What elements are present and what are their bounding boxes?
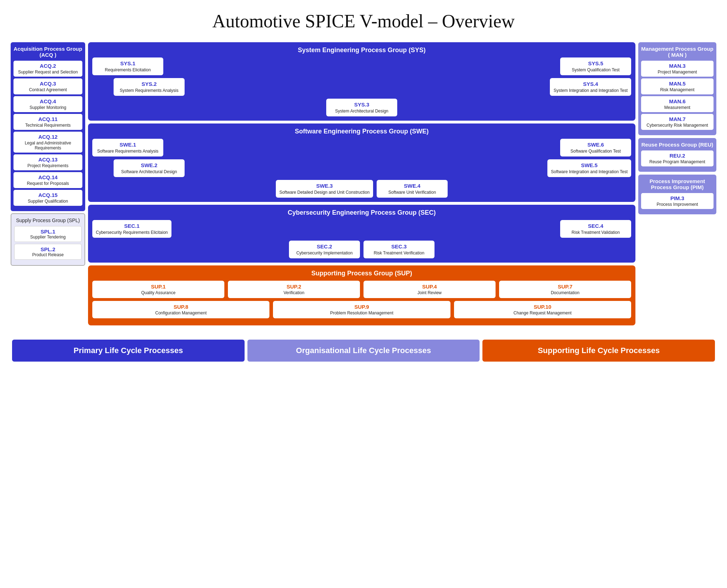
acq-item-acq14[interactable]: ACQ.14 Request for Proposals <box>13 172 82 188</box>
reu-group: Reuse Process Group (REU) REU.2 Reuse Pr… <box>638 138 716 172</box>
sup-row2: SUP.8 Configuration Management SUP.9 Pro… <box>92 301 631 318</box>
pim-group: Process Improvement Process Group (PIM) … <box>638 175 716 214</box>
sup2-box[interactable]: SUP.2 Verification <box>228 281 360 298</box>
sys-group: System Engineering Process Group (SYS) S… <box>88 42 635 121</box>
right-column: Management Process Group ( MAN ) MAN.3 P… <box>638 42 716 214</box>
sec3-box[interactable]: SEC.3 Risk Treatment Verification <box>364 241 434 258</box>
sup7-box[interactable]: SUP.7 Documentation <box>499 281 631 298</box>
swe-group: Software Engineering Process Group (SWE)… <box>88 123 635 202</box>
swe6-box[interactable]: SWE.6 Software Qualification Test <box>560 139 631 156</box>
page-title: Automotive SPICE V-model – Overview <box>11 11 716 32</box>
man-group: Management Process Group ( MAN ) MAN.3 P… <box>638 42 716 135</box>
sec4-box[interactable]: SEC.4 Risk Treatment Validation <box>560 220 631 238</box>
left-column: Acquisition Process Group (ACQ ) ACQ.2 S… <box>11 42 85 266</box>
sys3-box[interactable]: SYS.3 System Architectural Design <box>326 99 397 116</box>
sup9-box[interactable]: SUP.9 Problem Resolution Management <box>273 301 450 318</box>
sup-row1: SUP.1 Quality Assurance SUP.2 Verificati… <box>92 281 631 298</box>
center-column: System Engineering Process Group (SYS) S… <box>88 42 635 325</box>
reu-group-title: Reuse Process Group (REU) <box>641 142 714 148</box>
man7-item[interactable]: MAN.7 Cybersecurity Risk Management <box>641 114 714 130</box>
sup8-box[interactable]: SUP.8 Configuration Management <box>92 301 269 318</box>
man3-item[interactable]: MAN.3 Project Management <box>641 61 714 77</box>
acq-item-acq13[interactable]: ACQ.13 Project Requirements <box>13 154 82 170</box>
acq-item-acq4[interactable]: ACQ.4 Supplier Monitoring <box>13 96 82 112</box>
sys4-box[interactable]: SYS.4 System Integration and Integration… <box>550 78 631 96</box>
reu2-item[interactable]: REU.2 Reuse Program Management <box>641 150 714 166</box>
man-group-title: Management Process Group ( MAN ) <box>641 46 714 58</box>
acq-item-acq2[interactable]: ACQ.2 Supplier Request and Selection <box>13 61 82 77</box>
spl-group-title: Supply Process Group (SPL) <box>14 218 82 223</box>
sys-group-title: System Engineering Process Group (SYS) <box>92 46 631 54</box>
spl-item-spl1[interactable]: SPL.1 Supplier Tendering <box>14 226 82 242</box>
pim-group-title: Process Improvement Process Group (PIM) <box>641 178 714 190</box>
acq-group: Acquisition Process Group (ACQ ) ACQ.2 S… <box>11 42 85 211</box>
acq-item-acq3[interactable]: ACQ.3 Contract Agreement <box>13 78 82 94</box>
spl-item-spl2[interactable]: SPL.2 Product Release <box>14 244 82 260</box>
footer-org: Organisational Life Cycle Processes <box>247 340 480 362</box>
man6-item[interactable]: MAN.6 Measurement <box>641 96 714 112</box>
sys1-box[interactable]: SYS.1 Requirements Elicitation <box>92 57 163 75</box>
acq-item-acq11[interactable]: ACQ.11 Technical Requirements <box>13 114 82 130</box>
sec1-box[interactable]: SEC.1 Cybersecurity Requirements Elicita… <box>92 220 171 238</box>
swe1-box[interactable]: SWE.1 Software Requirements Analysis <box>92 139 163 156</box>
sup1-box[interactable]: SUP.1 Quality Assurance <box>92 281 224 298</box>
sup-group-title: Supporting Process Group (SUP) <box>92 270 631 277</box>
sec-group: Cybersecurity Engineering Process Group … <box>88 205 635 263</box>
pim3-item[interactable]: PIM.3 Process Improvement <box>641 193 714 209</box>
sup10-box[interactable]: SUP.10 Change Request Management <box>454 301 631 318</box>
footer-supporting: Supporting Life Cycle Processes <box>482 340 715 362</box>
swe5-box[interactable]: SWE.5 Software Integration and Integrati… <box>547 159 631 177</box>
sup-group: Supporting Process Group (SUP) SUP.1 Qua… <box>88 265 635 325</box>
main-layout: Acquisition Process Group (ACQ ) ACQ.2 S… <box>11 42 716 325</box>
man5-item[interactable]: MAN.5 Risk Management <box>641 78 714 94</box>
acq-group-title: Acquisition Process Group (ACQ ) <box>13 46 82 58</box>
sec-group-title: Cybersecurity Engineering Process Group … <box>92 209 631 216</box>
acq-item-acq12[interactable]: ACQ.12 Legal and Administrative Requirem… <box>13 132 82 153</box>
swe2-box[interactable]: SWE.2 Software Architectural Design <box>114 159 185 177</box>
swe3-box[interactable]: SWE.3 Software Detailed Design and Unit … <box>276 180 373 198</box>
footer: Primary Life Cycle Processes Organisatio… <box>11 340 716 362</box>
footer-primary: Primary Life Cycle Processes <box>12 340 245 362</box>
acq-item-acq15[interactable]: ACQ.15 Supplier Qualification <box>13 190 82 206</box>
sys5-box[interactable]: SYS.5 System Qualification Test <box>560 57 631 75</box>
sec2-box[interactable]: SEC.2 Cybersecurity Implementation <box>289 241 360 258</box>
sup4-box[interactable]: SUP.4 Joint Review <box>364 281 496 298</box>
swe-group-title: Software Engineering Process Group (SWE) <box>92 128 631 135</box>
swe4-box[interactable]: SWE.4 Software Unit Verification <box>377 180 448 198</box>
sys2-box[interactable]: SYS.2 System Requirements Analysis <box>114 78 185 96</box>
spl-group: Supply Process Group (SPL) SPL.1 Supplie… <box>11 213 85 266</box>
